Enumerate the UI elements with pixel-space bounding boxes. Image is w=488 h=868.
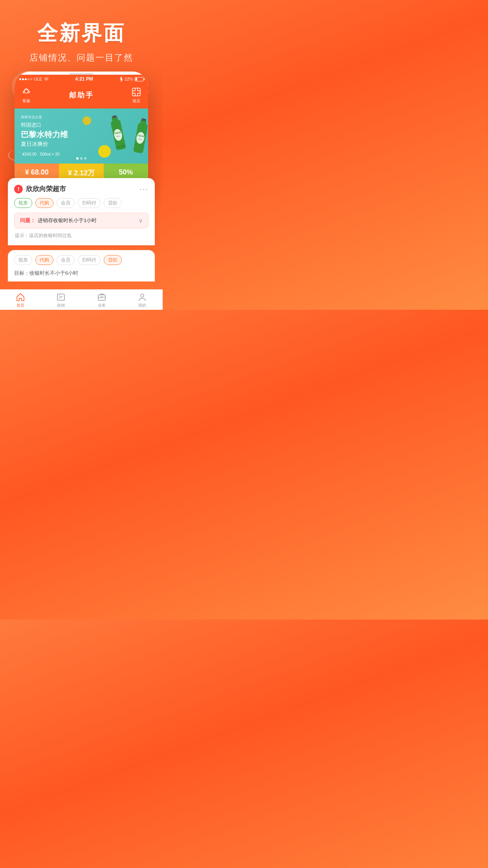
chevron-down-icon: ∨ <box>139 217 143 224</box>
nav-profile[interactable]: 我的 <box>122 293 163 308</box>
banner-dots <box>76 157 86 160</box>
battery-indicator <box>135 77 143 81</box>
patrol-icon <box>131 86 142 97</box>
nav-batch-label: 批销 <box>57 303 65 308</box>
patrol-label: 巡店 <box>132 98 140 104</box>
hero-section: 全新界面 店铺情况、问题一目了然 <box>0 0 163 72</box>
hero-subtitle: 店铺情况、问题一目了然 <box>8 52 155 64</box>
tag-2-member: 会员 <box>57 255 75 265</box>
issue-label: 问题： <box>20 217 35 224</box>
signal-dot <box>25 78 27 80</box>
wifi-icon <box>44 77 49 81</box>
batch-icon <box>56 293 66 302</box>
signal-dot <box>19 78 21 80</box>
signal-dot <box>22 78 24 80</box>
status-right: 22% <box>119 76 143 82</box>
banner-dot <box>76 157 79 160</box>
home-icon <box>16 293 25 302</box>
battery-fill <box>136 78 138 81</box>
profile-icon <box>138 293 147 302</box>
bottle-images: TREW Plain TREW Plain <box>107 112 148 156</box>
tag-2-wholesale: 批发 <box>14 255 32 265</box>
header-left[interactable]: 客服 <box>21 86 32 104</box>
tag-2-proxy: 代购 <box>35 255 53 265</box>
lemon-deco <box>98 145 111 158</box>
status-left: ULE <box>19 77 49 81</box>
signal-dot-empty <box>28 78 29 80</box>
battery-percent: 22% <box>125 77 133 81</box>
nav-profile-label: 我的 <box>138 303 146 308</box>
status-time: 4:21 PM <box>75 76 93 82</box>
tag-member: 会员 <box>57 198 75 208</box>
hint-text: 提示：该店的收银时间过低 <box>14 232 149 239</box>
svg-rect-15 <box>57 294 64 300</box>
second-store-tags: 批发 代购 会员 扫码付 贷款 <box>14 255 149 265</box>
lemon-deco-2 <box>83 116 91 125</box>
stat-completion-value: 50% <box>119 168 133 177</box>
store-header: ! 欣欣向荣超市 ··· <box>14 184 149 193</box>
target-text: 目标：收银时长不小于6小时 <box>14 270 149 277</box>
nav-batch[interactable]: 批销 <box>41 293 82 308</box>
phone-wrapper: ULE 4:21 PM 22% <box>0 72 163 190</box>
tag-loan: 贷款 <box>104 198 122 208</box>
stat-sales-value: ¥ 2.12万 <box>68 168 95 178</box>
tag-wholesale: 批发 <box>14 198 32 208</box>
stat-commission-value: ¥ 68.00 <box>25 168 49 177</box>
store-tags: 批发 代购 会员 扫码付 贷款 <box>14 198 149 208</box>
store-card: ! 欣欣向荣超市 ··· 批发 代购 会员 扫码付 贷款 问题： 进销存收银时长… <box>8 178 155 245</box>
issue-banner[interactable]: 问题： 进销存收银时长小于1小时 ∨ <box>14 213 149 228</box>
tag-scan-pay: 扫码付 <box>78 198 101 208</box>
phone-notch-bar <box>15 72 148 75</box>
store-card-container: ! 欣欣向荣超市 ··· 批发 代购 会员 扫码付 贷款 问题： 进销存收银时长… <box>8 178 155 281</box>
app-title: 邮助手 <box>69 90 94 100</box>
product-banner: 爽爽智选含量 韩国进口 巴黎水特力维 夏日冰爽价 ¥240.00 500ml ×… <box>15 108 148 164</box>
tag-proxy: 代购 <box>35 198 53 208</box>
svg-point-18 <box>141 294 144 297</box>
svg-point-17 <box>101 296 103 298</box>
header-right[interactable]: 巡店 <box>131 86 142 104</box>
tag-2-loan: 贷款 <box>104 255 122 265</box>
svg-rect-1 <box>132 88 140 96</box>
nav-home-label: 首页 <box>17 303 24 308</box>
customer-service-icon <box>21 86 32 97</box>
app-header: 客服 邮助手 巡店 <box>15 83 148 108</box>
phone-notch-pill <box>70 73 93 75</box>
second-card-partial: 批发 代购 会员 扫码付 贷款 目标：收银时长不小于6小时 <box>8 250 155 281</box>
bluetooth-icon <box>119 76 123 82</box>
alert-icon: ! <box>14 185 23 193</box>
banner-dot <box>80 157 83 160</box>
issue-text: 进销存收银时长小于1小时 <box>38 217 139 224</box>
business-icon <box>97 293 106 302</box>
customer-service-label: 客服 <box>22 98 30 104</box>
phone-mockup: ULE 4:21 PM 22% <box>15 72 148 190</box>
bottle-2: TREW Plain <box>126 114 148 160</box>
tag-2-scan-pay: 扫码付 <box>78 255 101 265</box>
carrier-label: ULE <box>34 77 42 81</box>
signal-dot-empty <box>30 78 32 80</box>
bottom-nav: 首页 批销 业务 <box>0 289 163 310</box>
banner-dot <box>84 157 86 160</box>
status-bar: ULE 4:21 PM 22% <box>15 75 148 83</box>
nav-home[interactable]: 首页 <box>0 293 41 308</box>
more-button[interactable]: ··· <box>139 184 149 193</box>
hero-title: 全新界面 <box>8 20 155 47</box>
nav-business[interactable]: 业务 <box>81 293 122 308</box>
store-name-row: ! 欣欣向荣超市 <box>14 184 66 193</box>
nav-business-label: 业务 <box>98 303 106 308</box>
store-name: 欣欣向荣超市 <box>26 184 66 193</box>
signal-dots <box>19 78 32 80</box>
